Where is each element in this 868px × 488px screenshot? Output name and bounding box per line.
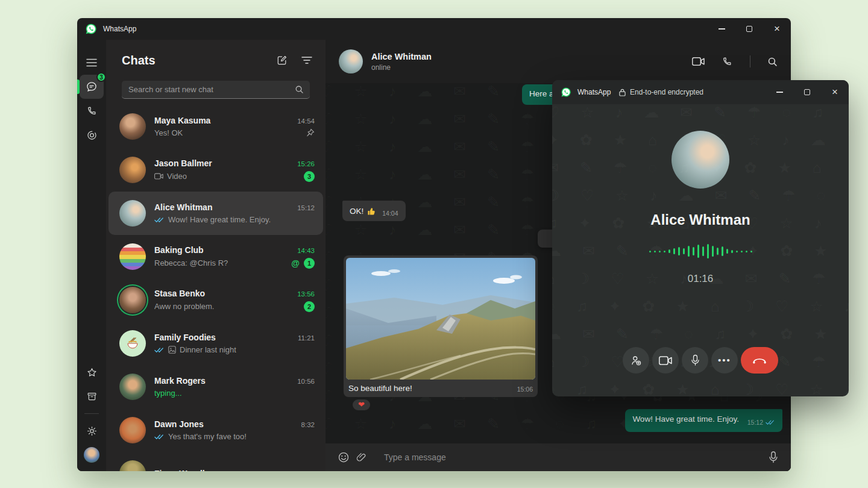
chat-row-maya[interactable]: Maya Kasuma14:54 Yes! OK <box>108 105 323 148</box>
filter-chats-button[interactable] <box>301 56 312 64</box>
waveform-bar <box>659 251 661 252</box>
toggle-mic-button[interactable] <box>682 347 708 374</box>
video-icon <box>154 173 163 180</box>
maximize-icon <box>804 89 810 95</box>
chat-row-baking-club[interactable]: Baking Club14:43 Rebecca: @Chris R? @1 <box>108 235 323 278</box>
nav-chats-button[interactable]: 3 <box>80 75 104 99</box>
photo-attachment[interactable] <box>346 258 535 380</box>
chat-name: Family Foodies <box>154 333 216 342</box>
read-ticks-icon <box>766 419 775 425</box>
whatsapp-logo-icon <box>561 87 571 98</box>
chat-time: 13:56 <box>297 290 315 298</box>
chat-preview: Dinner last night <box>154 345 236 354</box>
avatar <box>119 243 146 270</box>
nav-calls-button[interactable] <box>80 99 104 123</box>
gear-icon <box>86 425 98 437</box>
waveform-bar <box>673 248 675 254</box>
chat-time: 10:56 <box>297 378 315 385</box>
call-body: ♡ ☆ ♪ ☁ ✉ ✎ ☂ ◌ ♫ ✦ ✿ ★ ⌂ ☽ ♡ ☆ ♪ ☁ ✉ ✎ … <box>552 104 849 396</box>
chat-row-ziggy[interactable]: Ziggy Woodley8:12 <box>108 452 323 471</box>
chat-row-alice[interactable]: Alice Whitman15:12 Wow! Have great time.… <box>108 192 323 235</box>
avatar <box>119 460 146 471</box>
emoji-button[interactable] <box>338 451 350 463</box>
nav-starred-button[interactable] <box>80 360 104 384</box>
waveform-bar <box>736 251 738 252</box>
settings-button[interactable] <box>80 419 104 443</box>
chat-preview: Rebecca: @Chris R? <box>154 258 228 267</box>
microphone-icon <box>690 354 700 366</box>
voice-message-button[interactable] <box>768 451 779 463</box>
desktop: { "colors": { "accent_green": "#25d366",… <box>0 0 868 488</box>
contact-name: Alice Whitman <box>371 52 432 61</box>
mountain-photo <box>346 258 535 380</box>
chat-row-stasa[interactable]: Stasa Benko13:56 Aww no problem. 2 <box>108 278 323 322</box>
nav-status-button[interactable] <box>80 123 104 147</box>
message-incoming-ok[interactable]: OK! 14:04 <box>342 201 406 221</box>
waveform-bar <box>654 251 656 252</box>
read-ticks-icon <box>154 347 165 353</box>
chat-name: Alice Whitman <box>154 202 212 212</box>
search-input[interactable] <box>122 81 310 99</box>
waveform-bar <box>746 251 747 252</box>
archive-icon <box>86 391 98 402</box>
call-contact-name: Alice Whitman <box>650 211 750 228</box>
maximize-button[interactable] <box>735 18 763 40</box>
chat-row-family-foodies[interactable]: Family Foodies11:21 Dinner last night <box>108 322 323 365</box>
chat-name: Dawn Jones <box>154 419 204 429</box>
chat-list-header: Chats <box>106 40 326 81</box>
minimize-button[interactable] <box>708 18 735 40</box>
chat-name: Ziggy Woodley <box>154 469 214 471</box>
photo-caption: So beautiful here! <box>348 384 412 393</box>
toggle-video-button[interactable] <box>652 347 679 374</box>
add-participant-button[interactable] <box>623 347 649 374</box>
chat-row-dawn[interactable]: Dawn Jones8:32 Yes that's my fave too! <box>108 408 323 452</box>
conversation-header[interactable]: Alice Whitman online <box>326 40 791 83</box>
call-maximize-button[interactable] <box>793 81 821 103</box>
more-options-button[interactable]: ••• <box>711 347 738 374</box>
chat-name: Maya Kasuma <box>154 116 210 125</box>
nav-archived-button[interactable] <box>80 384 104 408</box>
close-button[interactable]: × <box>763 18 791 40</box>
nav-rail: 3 <box>77 40 106 471</box>
call-close-button[interactable]: × <box>821 81 849 103</box>
message-input[interactable] <box>373 452 762 462</box>
minimize-icon <box>719 28 725 29</box>
waveform-bar <box>668 249 670 253</box>
video-call-button[interactable] <box>692 57 705 66</box>
app-title: WhatsApp <box>103 25 136 33</box>
waveform-bar <box>702 246 704 256</box>
phone-icon <box>86 105 98 117</box>
microphone-icon <box>768 451 779 463</box>
attach-button[interactable] <box>356 452 367 463</box>
maximize-icon <box>746 26 752 32</box>
encryption-label: End-to-end endcrypted <box>630 88 703 96</box>
chat-row-mark[interactable]: Mark Rogers10:56 typing... <box>108 365 323 408</box>
chat-rows: Maya Kasuma14:54 Yes! OK Jason Ballmer15… <box>106 105 326 471</box>
call-contact-avatar <box>671 131 729 189</box>
status-icon <box>86 130 98 141</box>
contact-avatar[interactable] <box>339 49 363 74</box>
chat-name: Mark Rogers <box>154 376 206 386</box>
voice-call-button[interactable] <box>722 56 733 67</box>
chat-row-jason[interactable]: Jason Ballmer15:26 Video 3 <box>108 148 323 192</box>
profile-avatar[interactable] <box>84 447 99 463</box>
call-controls: ••• <box>552 347 849 374</box>
chat-name: Jason Ballmer <box>154 158 212 168</box>
waveform-bar <box>722 246 723 256</box>
waveform-bar <box>712 246 714 257</box>
waveform-bar <box>678 247 680 255</box>
waveform-bar <box>683 248 685 254</box>
heart-reaction-badge[interactable]: ❤ <box>351 398 372 412</box>
chat-time: 14:54 <box>297 117 315 125</box>
end-call-button[interactable] <box>741 347 778 374</box>
message-incoming-photo[interactable]: So beautiful here! 15:06 <box>344 255 538 397</box>
chat-list-panel: Chats Maya Kasuma14:54 <box>106 40 326 471</box>
chat-time: 8:12 <box>301 471 315 471</box>
search-in-chat-button[interactable] <box>767 57 778 67</box>
message-outgoing-wow[interactable]: Wow! Have great time. Enjoy. 15:12 <box>625 409 782 432</box>
new-chat-button[interactable] <box>276 54 288 66</box>
chat-preview: Yes! OK <box>154 128 183 137</box>
menu-button[interactable] <box>80 51 104 75</box>
call-minimize-button[interactable] <box>766 81 793 103</box>
header-divider <box>750 55 750 67</box>
